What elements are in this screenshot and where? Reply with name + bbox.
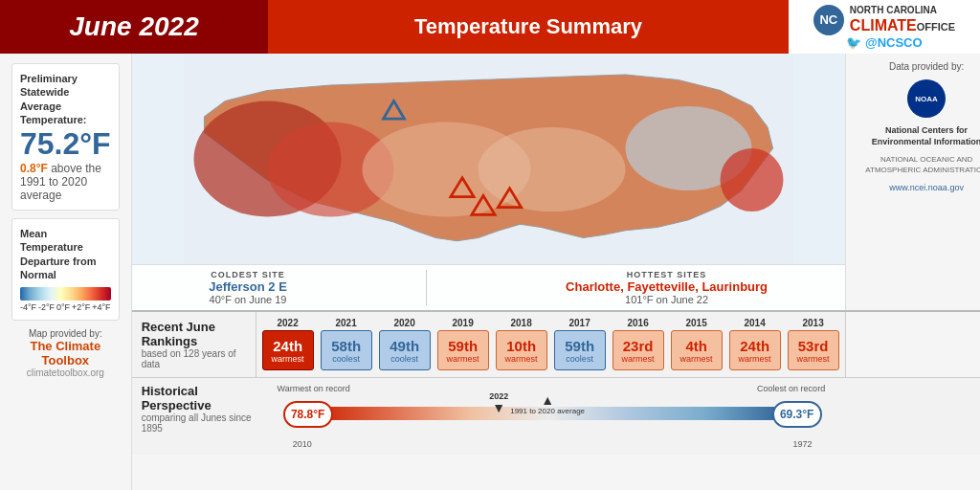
ranking-box: 49thcoolest <box>379 330 431 370</box>
ncei-subtext: NATIONAL OCEANIC AND ATMOSPHERIC ADMINIS… <box>854 155 980 175</box>
nc-climate-logo: NC NORTH CAROLINA CLIMATEOFFICE <box>813 4 955 36</box>
ranking-year: 2017 <box>569 318 590 328</box>
ranking-year: 2015 <box>686 318 707 328</box>
avg-temp-label: Preliminary Statewide Average Temperatur… <box>20 72 111 126</box>
historical-right-spacer <box>839 384 980 449</box>
noaa-logo: NOAA <box>907 79 946 118</box>
bottom-row: Recent June Rankings based on 128 years … <box>132 310 980 377</box>
map-source-section: Map provided by: The Climate Toolbox cli… <box>11 328 120 378</box>
ranking-box: 59thwarmest <box>437 330 489 370</box>
left-panel: Preliminary Statewide Average Temperatur… <box>0 54 132 490</box>
ranking-year: 2018 <box>511 318 532 328</box>
right-panel: Data provided by: NOAA National Centers … <box>845 54 980 310</box>
ranking-year: 2013 <box>803 318 824 328</box>
coolest-year: 1972 <box>793 439 813 449</box>
header-title: June 2022 <box>0 0 268 54</box>
ncei-url: www.ncei.noaa.gov <box>889 183 964 192</box>
ranking-number: 49th <box>390 338 419 354</box>
org-name: NORTH CAROLINA CLIMATEOFFICE <box>850 4 955 36</box>
coolest-label: Coolest on record <box>753 384 830 393</box>
ranking-box: 24thwarmest <box>729 330 781 370</box>
rankings-cells-area: 202224thwarmest202158thcoolest202049thco… <box>256 312 845 377</box>
month-year-title: June 2022 <box>69 11 198 42</box>
ranking-cell: 201759thcoolest <box>552 318 608 370</box>
ranking-box: 24thwarmest <box>262 330 314 370</box>
ranking-box: 10thwarmest <box>496 330 547 370</box>
ranking-cell: 201424thwarmest <box>727 318 783 370</box>
year-2022-marker: 2022 ▼ <box>489 391 508 414</box>
ranking-year: 2019 <box>453 318 474 328</box>
historical-bar-area: Warmest on record 78.8°F 2010 2022 ▼ ▲ 1… <box>256 384 839 449</box>
header-section: Temperature Summary <box>268 0 789 54</box>
center-right-panel: COLDEST SITE Jefferson 2 E 40°F on June … <box>132 54 980 490</box>
header-org: NC NORTH CAROLINA CLIMATEOFFICE 🐦 @NCSCO <box>789 0 980 54</box>
hottest-detail: 101°F on June 22 <box>566 294 768 305</box>
ranking-cell: 202158thcoolest <box>319 318 374 370</box>
main-body: Preliminary Statewide Average Temperatur… <box>0 54 980 490</box>
ranking-number: 58th <box>331 338 361 354</box>
coldest-detail: 40°F on June 19 <box>209 294 287 305</box>
historical-row: Historical Perspective comparing all Jun… <box>132 377 980 455</box>
ncei-name: National Centers forEnvironmental Inform… <box>872 125 980 147</box>
legend-bar <box>20 287 111 301</box>
ranking-box: 59thcoolest <box>554 330 606 370</box>
ranking-box: 58thcoolest <box>321 330 372 370</box>
ranking-word: warmest <box>622 354 655 364</box>
ranking-box: 23rdwarmest <box>612 330 664 370</box>
ranking-number: 53rd <box>798 338 829 354</box>
ranking-number: 24th <box>273 338 302 354</box>
ranking-word: warmest <box>739 354 771 364</box>
warmest-year: 2010 <box>293 439 312 449</box>
rankings-subtitle: based on 128 years of data <box>142 348 246 369</box>
map-source-label: Map provided by: <box>11 328 120 339</box>
ranking-word: coolest <box>390 354 418 364</box>
site-labels: COLDEST SITE Jefferson 2 E 40°F on June … <box>132 264 845 310</box>
avg-temp-value: 75.2°F <box>20 126 111 162</box>
avg-marker: ▲ 1991 to 2020 average <box>510 393 585 415</box>
header: June 2022 Temperature Summary NC NORTH C… <box>0 0 980 54</box>
ranking-year: 2014 <box>745 318 766 328</box>
ranking-number: 10th <box>506 338 536 354</box>
ranking-year: 2020 <box>394 318 415 328</box>
anomaly-value: 0.8°F <box>20 162 48 175</box>
ranking-word: warmest <box>797 354 830 364</box>
ranking-cell: 201810thwarmest <box>494 318 549 370</box>
ranking-year: 2016 <box>628 318 649 328</box>
legend-labels: -4°F -2°F 0°F +2°F +4°F <box>20 302 111 312</box>
avg-temp-anomaly: 0.8°F above the 1991 to 2020 average <box>20 162 111 202</box>
ranking-cell: 202224thwarmest <box>260 318 316 370</box>
hottest-name: Charlotte, Fayetteville, Laurinburg <box>566 279 768 294</box>
hottest-label: HOTTEST SITES <box>566 270 768 279</box>
ranking-word: warmest <box>272 354 304 364</box>
legend-title: Mean TemperatureDeparture from Normal <box>20 227 111 281</box>
historical-label-area: Historical Perspective comparing all Jun… <box>138 384 256 449</box>
coldest-label: COLDEST SITE <box>209 270 287 279</box>
ranking-number: 4th <box>685 338 707 354</box>
twitter-handle[interactable]: 🐦 @NCSCO <box>846 35 922 50</box>
coolest-value: 69.3°F <box>772 401 822 428</box>
warmest-label: Warmest on record <box>276 384 352 393</box>
svg-point-4 <box>478 127 625 212</box>
toolbox-url: climatetoolbox.org <box>11 368 120 378</box>
hottest-sites: HOTTEST SITES Charlotte, Fayetteville, L… <box>566 270 768 305</box>
ranking-cell: 201959thwarmest <box>435 318 491 370</box>
legend-section: Mean TemperatureDeparture from Normal -4… <box>11 218 120 321</box>
ranking-word: warmest <box>505 354 538 364</box>
rankings-right <box>845 312 980 377</box>
divider <box>426 270 427 305</box>
ranking-box: 53rdwarmest <box>788 330 839 370</box>
svg-point-6 <box>720 148 783 212</box>
ranking-box: 4thwarmest <box>671 330 723 370</box>
section-title: Temperature Summary <box>414 14 642 39</box>
ranking-cell: 20154thwarmest <box>669 318 724 370</box>
ranking-number: 59th <box>565 338 594 354</box>
toolbox-name: The Climate Toolbox <box>11 339 120 368</box>
ranking-cell: 202049thcoolest <box>377 318 433 370</box>
ranking-number: 59th <box>448 338 478 354</box>
data-source-label: Data provided by: <box>889 61 964 72</box>
coldest-name: Jefferson 2 E <box>209 279 287 294</box>
ranking-year: 2021 <box>336 318 357 328</box>
coldest-site: COLDEST SITE Jefferson 2 E 40°F on June … <box>209 270 287 305</box>
historical-subtitle: comparing all Junes since 1895 <box>142 412 253 434</box>
avg-temp-section: Preliminary Statewide Average Temperatur… <box>11 63 120 211</box>
